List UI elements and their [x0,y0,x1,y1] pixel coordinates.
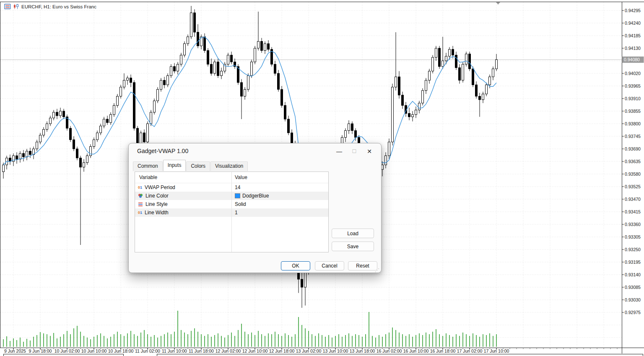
load-button[interactable]: Load [332,229,374,238]
price-scale[interactable]: 0.942950.942400.941850.941300.940750.940… [622,8,644,315]
mt5-chart-window: 0.942950.942400.941850.941300.940750.940… [0,0,644,356]
variable-value[interactable]: 14 [235,184,240,190]
time-tick-label: 9 Jun 18:00 [29,348,52,353]
time-tick-label: 9 Jun 2025 [4,348,26,353]
volume-bars [3,311,496,347]
docked-window-edge-right [157,354,643,356]
candlestick-chart-icon [13,4,19,9]
price-tick-label: 0.94295 [625,8,641,13]
price-tick-label: 0.93690 [625,146,641,151]
table-header-value: Value [231,174,328,180]
price-tick-label: 0.94020 [625,71,641,76]
color-swatch [235,193,240,198]
variable-name: Line Style [145,201,168,207]
minimize-button[interactable]: — [332,146,347,157]
time-tick-label: 16 Jun 10:00 [403,348,429,353]
resize-grip-icon[interactable]: ⋰ [375,268,379,272]
variable-value[interactable]: DodgerBlue [242,193,269,199]
price-tick-label: 0.94240 [625,21,641,26]
tab-common[interactable]: Common [133,161,163,171]
time-tick-label: 13 Jun 10:00 [323,348,348,353]
numeric-input-icon: 01 [138,185,142,190]
time-tick-label: 16 Jun 02:00 [377,348,402,353]
reset-button[interactable]: Reset [348,261,377,270]
chart-shift-marker-icon[interactable] [496,2,500,5]
price-tick-label: 0.93415 [625,209,641,214]
price-tick-label: 0.93745 [625,134,641,139]
dialog-tabs: CommonInputsColorsVisualization [133,161,248,171]
dialog-titlebar[interactable]: Gadget-VWAP 1.00 — ☐ ✕ [129,143,381,159]
numeric-input-icon: 01 [138,210,142,215]
cancel-button[interactable]: Cancel [315,261,344,270]
time-tick-label: 11 Jun 18:00 [189,348,214,353]
price-tick-label: 0.93140 [625,272,641,277]
price-tick-label: 0.94130 [625,46,641,51]
variable-name: Line Color [145,193,169,199]
price-tick-label: 0.93965 [625,83,641,88]
variable-value[interactable]: Solid [235,201,246,207]
price-tick-label: 0.93085 [625,285,641,290]
ok-button[interactable]: OK [281,261,310,270]
variable-name: Line Width [145,210,169,216]
time-tick-label: 10 Jun 18:00 [108,348,134,353]
time-tick-label: 11 Jun 02:00 [135,348,160,353]
save-button[interactable]: Save [332,242,374,251]
maximize-button[interactable]: ☐ [347,146,362,157]
time-tick-label: 17 Jun 02:00 [457,348,483,353]
price-tick-label: 0.93910 [625,96,641,101]
close-button[interactable]: ✕ [362,146,377,157]
time-scale[interactable]: 9 Jun 20259 Jun 18:0010 Jun 02:0010 Jun … [4,348,617,354]
indicator-settings-dialog: Gadget-VWAP 1.00 — ☐ ✕ CommonInputsColor… [128,143,382,273]
symbol-label-text: EURCHF, H1: Euro vs Swiss Franc [21,4,96,9]
line-style-icon [138,202,143,207]
tab-colors[interactable]: Colors [186,161,210,171]
price-tick-label: 0.93250 [625,247,641,252]
time-tick-label: 16 Jun 18:00 [430,348,456,353]
chart-list-icon [4,4,11,9]
variable-name: VWAP Period [145,184,175,190]
price-tick-label: 0.93305 [625,234,641,239]
price-tick-label: 0.93195 [625,260,641,265]
price-tick-label: 0.93525 [625,184,641,189]
price-tick-label: 0.93855 [625,109,641,114]
price-tick-label: 0.93800 [625,121,641,126]
price-tick-label: 0.93635 [625,159,641,164]
time-tick-label: 12 Jun 10:00 [242,348,268,353]
chart-symbol-label: EURCHF, H1: Euro vs Swiss Franc [4,4,96,9]
tab-visualization[interactable]: Visualization [210,161,248,171]
tab-inputs[interactable]: Inputs [163,160,186,171]
dialog-title: Gadget-VWAP 1.00 [137,148,188,154]
price-tick-label: 0.93360 [625,222,641,227]
current-price-label: 0.94080 [624,57,640,62]
docked-window-edge-left [3,354,124,356]
time-tick-label: 13 Jun 18:00 [350,348,375,353]
time-tick-label: 17 Jun 10:00 [484,348,509,353]
table-column-divider [231,172,232,252]
time-tick-label: 13 Jun 02:00 [296,348,322,353]
price-tick-label: 0.93580 [625,172,641,177]
time-tick-label: 12 Jun 18:00 [269,348,295,353]
inputs-table: Variable Value 01VWAP Period14Line Color… [135,172,329,252]
price-tick-label: 0.94185 [625,33,641,38]
time-tick-label: 11 Jun 10:00 [162,348,187,353]
price-tick-label: 0.93030 [625,297,641,302]
time-tick-label: 10 Jun 02:00 [55,348,80,353]
color-picker-icon [138,193,143,198]
price-tick-label: 0.93470 [625,197,641,202]
table-header-variable: Variable [135,174,231,180]
variable-value[interactable]: 1 [235,210,238,216]
price-tick-label: 0.92975 [625,310,641,315]
time-tick-label: 12 Jun 02:00 [216,348,241,353]
time-tick-label: 10 Jun 10:00 [81,348,107,353]
